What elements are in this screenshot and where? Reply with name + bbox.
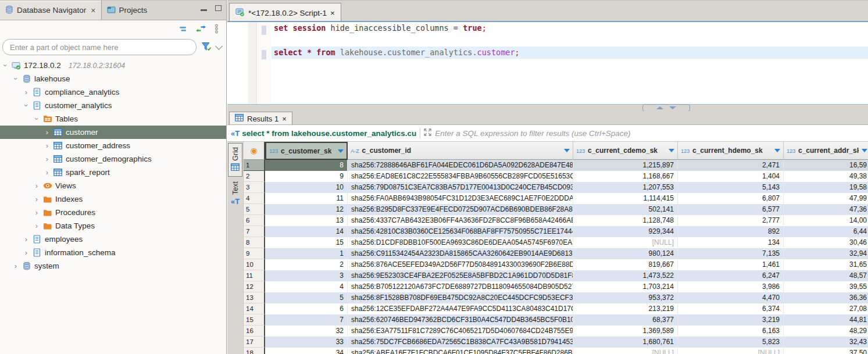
cell-c_current_hdemo_sk[interactable]: 3,986 <box>678 281 784 292</box>
tree-item-172.18.0.2[interactable]: ›172.18.0.2172.18.0.2:31604 <box>0 59 226 72</box>
cell-c_customer_sk[interactable]: 9 <box>265 171 348 182</box>
cell-c_current_hdemo_sk[interactable]: 6,374 <box>678 303 784 314</box>
cell-c_current_cdemo_sk[interactable]: [NULL] <box>573 348 678 354</box>
cell-c_current_addr_sk[interactable]: 14,00 <box>784 215 868 226</box>
cell-c_current_hdemo_sk[interactable]: 5,823 <box>678 337 784 348</box>
filter-funnel-icon[interactable] <box>201 42 212 53</box>
column-menu-icon[interactable] <box>862 149 867 152</box>
cell-c_customer_sk[interactable]: 5 <box>265 292 348 303</box>
cell-c_current_cdemo_sk[interactable]: 1,680,761 <box>573 337 678 348</box>
row-number[interactable]: 10 <box>244 259 265 270</box>
cell-c_current_addr_sk[interactable]: 49,38 <box>784 171 868 182</box>
table-row[interactable]: 157sha256:620746BED947362BCD6CF31B0A4C54… <box>244 314 868 326</box>
expand-icon[interactable]: › <box>34 208 40 217</box>
cell-c_current_hdemo_sk[interactable]: 6,247 <box>678 270 784 281</box>
cell-c_current_addr_sk[interactable]: 32,43 <box>784 337 868 348</box>
chevron-down-icon[interactable] <box>215 42 223 50</box>
cell-c_customer_sk[interactable]: 10 <box>265 182 348 193</box>
cell-c_current_cdemo_sk[interactable]: 502,141 <box>573 204 678 215</box>
sql-line-3[interactable]: select * from lakehouse.customer_analyti… <box>272 47 868 59</box>
view-tab-grid[interactable]: Grid <box>228 143 242 177</box>
cell-c_current_addr_sk[interactable]: 44,81 <box>784 314 868 326</box>
tree-item-spark_report[interactable]: ›spark_report <box>0 166 226 179</box>
cell-c_customer_id[interactable]: sha256:72888646ABF61FA044EDEC061D6DA5A09… <box>348 160 573 171</box>
cell-c_current_cdemo_sk[interactable]: 1,114,415 <box>573 193 678 204</box>
cell-c_current_hdemo_sk[interactable]: 6,163 <box>678 326 784 337</box>
tree-item-Procedures[interactable]: ›Procedures <box>0 206 226 219</box>
cell-c_current_cdemo_sk[interactable]: 213,219 <box>573 303 678 314</box>
cell-c_current_addr_sk[interactable]: 36,36 <box>784 292 868 303</box>
cell-c_customer_sk[interactable]: 7 <box>265 314 348 326</box>
cell-c_current_addr_sk[interactable]: 31,65 <box>784 259 868 270</box>
cell-c_customer_sk[interactable]: 15 <box>265 237 348 248</box>
tree-item-lakehouse[interactable]: ›lakehouse <box>0 72 226 85</box>
cell-c_customer_sk[interactable]: 1 <box>265 248 348 259</box>
maximize-icon[interactable] <box>215 5 222 11</box>
cell-c_customer_sk[interactable]: 11 <box>265 193 348 204</box>
cell-c_current_cdemo_sk[interactable]: 1,215,897 <box>573 160 678 171</box>
cell-c_current_hdemo_sk[interactable]: 1,461 <box>678 259 784 270</box>
expand-icon[interactable]: › <box>34 195 40 203</box>
column-menu-icon[interactable] <box>669 149 674 152</box>
cell-c_customer_id[interactable]: sha256:ABEA16E7F1FCBDCA6F01CF1095D84F37C… <box>348 348 573 354</box>
cell-c_current_hdemo_sk[interactable]: 7,135 <box>678 248 784 259</box>
link-with-editor-icon[interactable] <box>195 25 206 34</box>
collapse-icon[interactable]: › <box>1 63 10 69</box>
column-header-c_current_hdemo_sk[interactable]: 123c_current_hdemo_sk <box>678 142 784 160</box>
row-number[interactable]: 2 <box>244 171 265 182</box>
column-menu-icon[interactable] <box>774 149 780 152</box>
row-number[interactable]: 5 <box>244 204 265 215</box>
row-number[interactable]: 13 <box>244 292 265 303</box>
row-number[interactable]: 14 <box>244 303 265 314</box>
cell-c_current_hdemo_sk[interactable]: 4,470 <box>678 292 784 303</box>
row-number[interactable]: 15 <box>244 314 265 326</box>
tree-item-customer_address[interactable]: ›customer_address <box>0 139 226 152</box>
row-number[interactable]: 1 <box>244 160 265 171</box>
cell-c_current_cdemo_sk[interactable]: 1,473,522 <box>573 270 678 281</box>
expand-icon[interactable]: › <box>23 88 29 96</box>
cell-c_current_hdemo_sk[interactable]: 134 <box>678 237 784 248</box>
cell-c_customer_id[interactable]: sha256:E3A77511F81C7289C76C4065217D5D406… <box>348 326 573 337</box>
view-tab-text[interactable]: Text «T <box>228 178 242 209</box>
tree-item-compliance_analytics[interactable]: ›compliance_analytics <box>0 85 226 99</box>
cell-c_current_addr_sk[interactable]: 47,36 <box>784 204 868 215</box>
sql-line-1[interactable]: set session hide_inaccessible_columns = … <box>272 22 868 34</box>
tree-item-Indexes[interactable]: ›Indexes <box>0 192 226 206</box>
cell-c_current_cdemo_sk[interactable]: 1,168,667 <box>573 171 678 182</box>
column-header-c_customer_id[interactable]: A-Zc_customer_id <box>348 142 573 160</box>
table-row[interactable]: 29sha256:EAD8E61C8C22E555834FBBA9B60556C… <box>244 171 868 182</box>
sash-down-icon[interactable] <box>669 106 676 109</box>
cell-c_customer_sk[interactable]: 3 <box>265 270 348 281</box>
cell-c_current_cdemo_sk[interactable]: 953,372 <box>573 292 678 303</box>
expand-icon[interactable]: › <box>34 221 40 230</box>
collapse-icon[interactable]: › <box>22 103 31 109</box>
cell-c_customer_id[interactable]: sha256:8F1528BB708DF69EB475DC92A8C20EC44… <box>348 292 573 303</box>
expand-icon[interactable]: › <box>23 235 29 244</box>
tree-item-customer_analytics[interactable]: ›customer_analytics <box>0 99 226 112</box>
sql-line-2[interactable] <box>272 34 868 47</box>
tree-item-Data Types[interactable]: ›Data Types <box>0 219 226 233</box>
close-icon[interactable]: × <box>91 6 95 15</box>
table-row[interactable]: 113sha256:9E52303CE4FBA2E2F0525E8A5BFBD2… <box>244 270 868 281</box>
cell-c_current_cdemo_sk[interactable]: 1,207,553 <box>573 182 678 193</box>
cell-c_current_hdemo_sk[interactable]: 3,219 <box>678 314 784 326</box>
row-number[interactable]: 6 <box>244 215 265 226</box>
cell-c_customer_id[interactable]: sha256:79D08751C3EA7C83BA57D177E00413D0C… <box>348 182 573 193</box>
cell-c_customer_id[interactable]: sha256:9E52303CE4FBA2E2F0525E8A5BFBD2C1A… <box>348 270 573 281</box>
table-row[interactable]: 512sha256:B295D8FC337E9E4FECD0725D907ACD… <box>244 204 868 215</box>
column-menu-icon[interactable] <box>564 149 570 152</box>
cell-c_current_hdemo_sk[interactable]: 2,777 <box>678 215 784 226</box>
expand-icon[interactable]: › <box>44 128 50 137</box>
expand-icon[interactable]: › <box>44 141 50 150</box>
cell-c_customer_sk[interactable]: 2 <box>265 259 348 270</box>
collapse-all-icon[interactable] <box>178 26 188 34</box>
minimize-icon[interactable] <box>201 9 207 11</box>
cell-c_current_addr_sk[interactable]: 47,99 <box>784 193 868 204</box>
tab-sql-script[interactable]: *<172.18.0.2> Script-1 × <box>229 3 341 22</box>
close-icon[interactable]: × <box>282 115 287 123</box>
expand-icon[interactable]: › <box>13 262 19 270</box>
expand-filter-icon[interactable] <box>424 128 431 138</box>
tab-results-1[interactable]: Results 1 × <box>229 112 292 125</box>
collapse-icon[interactable]: › <box>33 116 41 122</box>
cell-c_current_hdemo_sk[interactable]: 6,807 <box>678 193 784 204</box>
